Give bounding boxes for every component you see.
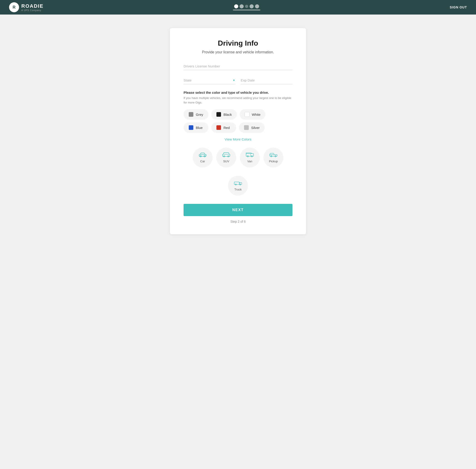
next-button[interactable]: NEXT	[183, 204, 293, 216]
color-section-subtitle: If you have multiple vehicles, we recomm…	[183, 96, 293, 105]
state-label: State	[183, 78, 232, 82]
progress-dot-4	[249, 4, 254, 8]
main-content: Driving Info Provide your license and ve…	[0, 15, 476, 248]
logo-text: ROADIE A UPS Company	[21, 3, 44, 12]
brand-sub: A UPS Company	[21, 9, 44, 12]
view-more-colors-link[interactable]: View More Colors	[183, 137, 293, 141]
suv-icon	[222, 152, 230, 158]
color-option-blue[interactable]: Blue	[183, 122, 209, 133]
header: R ROADIE A UPS Company SIGN OUT	[0, 0, 476, 15]
logo-area: R ROADIE A UPS Company	[9, 2, 44, 12]
progress-dot-3	[245, 5, 248, 8]
progress-dot-1	[234, 4, 238, 8]
vehicle-option-truck[interactable]: Truck	[228, 176, 248, 196]
license-input[interactable]	[183, 62, 293, 70]
vehicle-option-pickup[interactable]: Pickup	[263, 148, 283, 168]
step-indicator: Step 2 of 6	[183, 220, 293, 223]
state-dropdown[interactable]: State ▼	[183, 77, 235, 84]
progress-dots	[234, 4, 259, 8]
chevron-down-icon: ▼	[232, 79, 235, 82]
brand-name: ROADIE	[21, 3, 44, 9]
color-grid: GreyBlackWhiteBlueRedSilver	[183, 109, 293, 133]
color-section-title: Please select the color and type of vehi…	[183, 91, 293, 94]
progress-line	[233, 10, 260, 10]
page-title: Driving Info	[183, 39, 293, 48]
vehicle-grid: Car SUV Van Pickup	[183, 148, 293, 168]
page-subtitle: Provide your license and vehicle informa…	[183, 50, 293, 54]
vehicle-option-van[interactable]: Van	[240, 148, 260, 168]
color-section: Please select the color and type of vehi…	[183, 91, 293, 141]
vehicle-option-suv[interactable]: SUV	[216, 148, 236, 168]
logo-icon: R	[9, 2, 19, 12]
svg-rect-0	[199, 154, 206, 156]
progress-dot-5	[255, 4, 259, 8]
color-option-silver[interactable]: Silver	[239, 122, 265, 133]
svg-rect-13	[234, 182, 239, 184]
truck-icon	[234, 180, 242, 186]
pickup-icon	[269, 152, 278, 158]
form-card: Driving Info Provide your license and ve…	[170, 28, 306, 234]
car-icon	[198, 152, 207, 158]
progress-indicator	[233, 4, 260, 10]
state-expdate-row: State ▼	[183, 77, 293, 84]
license-section	[183, 62, 293, 70]
expdate-input[interactable]	[241, 77, 293, 84]
sign-out-button[interactable]: SIGN OUT	[450, 5, 467, 9]
color-option-white[interactable]: White	[240, 109, 265, 120]
progress-dot-2	[240, 4, 244, 8]
van-icon	[246, 152, 254, 158]
expdate-field-wrapper	[241, 77, 293, 84]
color-option-red[interactable]: Red	[211, 122, 236, 133]
color-option-black[interactable]: Black	[211, 109, 237, 120]
color-option-grey[interactable]: Grey	[183, 109, 209, 120]
vehicle-option-car[interactable]: Car	[193, 148, 213, 168]
